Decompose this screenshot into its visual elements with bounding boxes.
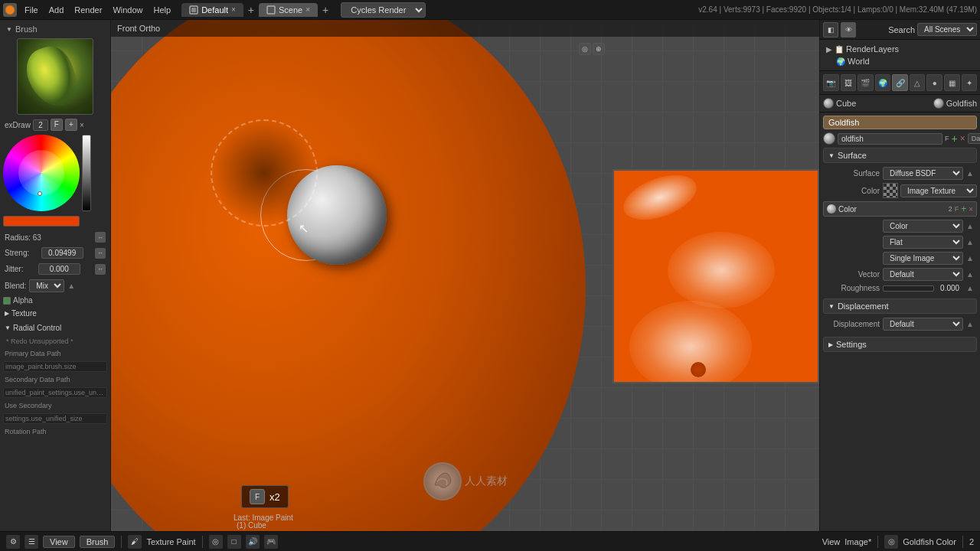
tab-scene-close[interactable]: × xyxy=(305,5,310,14)
bb-icon-6[interactable]: 🎮 xyxy=(264,535,278,549)
all-scenes-dropdown[interactable]: All Scenes xyxy=(917,23,977,36)
exdraw-num[interactable]: 2 xyxy=(33,119,48,131)
displacement-label: Displacement xyxy=(826,320,880,328)
alpha-checkbox[interactable] xyxy=(3,297,11,305)
displacement-title: Displacement xyxy=(838,302,889,311)
surface-type-row: Surface Diffuse BSDF ▲ xyxy=(823,165,977,181)
mat-plus-btn[interactable]: + xyxy=(952,132,958,145)
tab-scene-add[interactable]: + xyxy=(319,4,332,16)
color-sub-dropdown[interactable]: Color xyxy=(883,220,963,233)
exdraw-plus[interactable]: + xyxy=(65,119,77,131)
center-viewport[interactable]: ↖ Front Ortho ◎ ⊕ F x2 Last: Image Paint xyxy=(111,20,819,531)
prop-icon-object[interactable]: 🔗 xyxy=(892,74,908,91)
prop-icon-texture[interactable]: ▦ xyxy=(944,74,960,91)
displacement-header[interactable]: ▼ Displacement xyxy=(823,298,977,314)
prop-icon-render[interactable]: 🖼 xyxy=(841,74,857,91)
color-wheel[interactable] xyxy=(3,135,80,211)
outliner-renderlayers[interactable]: ▶ 📋 RenderLayers xyxy=(823,43,977,55)
color-wheel-section xyxy=(3,135,107,211)
texture-tri: ▶ xyxy=(5,310,9,317)
menu-window[interactable]: Window xyxy=(108,4,147,16)
render-engine-selector[interactable]: Cycles Render xyxy=(341,2,426,18)
prop-icon-particles[interactable]: ✦ xyxy=(962,74,978,91)
world-globe-icon: 🌍 xyxy=(836,57,845,66)
bb-texture-icon[interactable]: 🖌 xyxy=(128,535,142,549)
menu-render[interactable]: Render xyxy=(70,4,106,16)
outliner-world[interactable]: 🌍 World xyxy=(823,55,977,67)
tab-default-close[interactable]: × xyxy=(231,5,236,14)
mat-x-btn[interactable]: × xyxy=(960,133,965,144)
alpha-checkbox-row: Alpha xyxy=(3,296,107,305)
bb-icon-2[interactable]: ☰ xyxy=(24,535,38,549)
surface-type-dropdown[interactable]: Diffuse BSDF xyxy=(883,167,963,180)
menu-help[interactable]: Help xyxy=(149,4,176,16)
texture-section[interactable]: ▶ Texture xyxy=(3,308,107,319)
radial-label: Radial Control xyxy=(13,324,61,332)
viewport-ctrl-1[interactable]: ◎ xyxy=(579,43,591,55)
strength-icon[interactable]: ↔ xyxy=(95,248,106,259)
cs-add-btn[interactable]: + xyxy=(961,204,966,214)
goldfish-label: Goldfish xyxy=(946,99,977,108)
bb-sep-3 xyxy=(877,536,878,548)
bb-icon-engine[interactable]: ◎ xyxy=(884,535,898,549)
bb-icon-1[interactable]: ⚙ xyxy=(6,535,20,549)
color-label: Color xyxy=(826,187,880,195)
frame-num: 2 xyxy=(969,537,974,546)
orange-mesh xyxy=(111,20,586,531)
rp-view-btn[interactable]: 👁 xyxy=(841,22,856,37)
blend-row: Blend: Mix ▲ xyxy=(3,279,107,293)
settings-header[interactable]: ▶ Settings xyxy=(823,337,977,352)
brush-btn[interactable]: Brush xyxy=(80,536,116,548)
cs-x-btn[interactable]: × xyxy=(969,205,973,214)
keystroke-display: F x2 xyxy=(241,485,289,508)
bb-icon-3[interactable]: ◎ xyxy=(209,535,223,549)
color-type-dropdown[interactable]: Image Texture xyxy=(900,184,977,197)
exdraw-f-btn[interactable]: F xyxy=(51,119,63,131)
img-texture-swatch xyxy=(883,183,898,198)
prop-icon-world[interactable]: 🌍 xyxy=(875,74,891,91)
prop-icon-scene[interactable]: 🎬 xyxy=(858,74,874,91)
single-image-dropdown[interactable]: Single Image xyxy=(883,252,963,265)
roughness-slider[interactable] xyxy=(883,285,934,292)
jitter-value[interactable]: 0.000 xyxy=(38,263,80,275)
primary-data-label: Primary Data Path xyxy=(3,349,107,358)
menu-file[interactable]: File xyxy=(20,4,43,16)
view-btn[interactable]: View xyxy=(43,536,75,548)
tab-add-button[interactable]: + xyxy=(245,4,257,16)
flat-dropdown[interactable]: Flat xyxy=(883,236,963,249)
vector-dropdown[interactable]: Default xyxy=(883,268,963,281)
menu-add[interactable]: Add xyxy=(44,4,69,16)
top-bar: File Add Render Window Help Default × + … xyxy=(0,0,980,20)
blend-arrow: ▲ xyxy=(67,282,75,290)
prop-icon-camera[interactable]: 📷 xyxy=(823,74,839,91)
mat-name-field[interactable] xyxy=(838,133,942,145)
use-secondary-label: Use Secondary xyxy=(3,401,107,410)
rp-toggle-btn[interactable]: ◧ xyxy=(823,22,838,37)
surface-section-header[interactable]: ▼ Surface xyxy=(823,148,977,163)
viewport-ctrl-2[interactable]: ⊕ xyxy=(593,43,605,55)
settings-path[interactable]: settings.use_unified_size xyxy=(3,413,107,424)
svg-point-0 xyxy=(5,5,15,15)
primary-data-path[interactable]: image_paint.brush.size xyxy=(3,361,107,372)
exdraw-close[interactable]: × xyxy=(80,121,84,129)
goldfish-tab[interactable]: Goldfish xyxy=(933,98,977,109)
cube-tab[interactable]: Cube xyxy=(823,98,856,109)
material-name-input[interactable] xyxy=(823,116,977,129)
color-brightness-slider[interactable] xyxy=(82,135,91,211)
strength-value[interactable]: 0.09499 xyxy=(41,247,83,259)
bb-icon-4[interactable]: □ xyxy=(227,535,241,549)
active-color-swatch[interactable] xyxy=(3,216,80,227)
prop-icon-material[interactable]: ● xyxy=(926,74,942,91)
blend-dropdown[interactable]: Mix xyxy=(29,279,64,292)
bb-icon-5[interactable]: 🔊 xyxy=(246,535,260,549)
tab-scene[interactable]: Scene × xyxy=(259,3,318,17)
main-layout: ▼ Brush exDraw 2 F + × Radius: 63 ↔ Stre… xyxy=(0,20,980,531)
secondary-data-path[interactable]: unified_paint_settings.use_unified_size xyxy=(3,387,107,398)
tab-scene-label: Scene xyxy=(279,5,302,15)
radial-control-section[interactable]: ▼ Radial Control xyxy=(3,322,107,334)
tab-default[interactable]: Default × xyxy=(181,3,243,17)
prop-icon-data[interactable]: △ xyxy=(910,74,926,91)
radius-icon[interactable]: ↔ xyxy=(95,232,106,243)
jitter-icon[interactable]: ↔ xyxy=(95,264,106,275)
displacement-dropdown[interactable]: Default xyxy=(883,318,963,331)
